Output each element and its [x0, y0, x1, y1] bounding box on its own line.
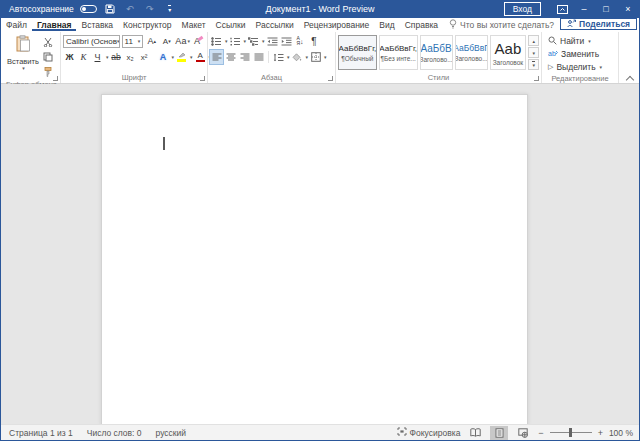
document-area	[1, 84, 639, 424]
text-effects-dropdown-icon[interactable]: ▾	[172, 55, 175, 60]
text-effects-button[interactable]: А	[157, 50, 170, 64]
numbering-button[interactable]	[229, 34, 242, 48]
tab-mailings[interactable]: Рассылки	[251, 18, 299, 31]
focus-mode-button[interactable]: Фокусировка	[397, 427, 461, 438]
align-center-button[interactable]	[224, 50, 237, 64]
font-family-select[interactable]: Calibri (Основ ▾	[63, 35, 120, 48]
tab-review[interactable]: Рецензирование	[299, 18, 375, 31]
toggle-knob-icon	[82, 7, 86, 11]
autosave-label: Автосохранение	[9, 4, 74, 14]
highlight-dropdown-icon[interactable]: ▾	[190, 55, 193, 60]
borders-dropdown-icon[interactable]: ▾	[324, 55, 327, 60]
subscript-button[interactable]: x₂	[124, 50, 137, 64]
styles-dialog-launcher[interactable]	[534, 76, 539, 81]
underline-dropdown-icon[interactable]: ▾	[106, 55, 109, 60]
font-size-select[interactable]: 11 ▾	[122, 35, 144, 48]
italic-button[interactable]: К	[77, 50, 90, 64]
zoom-out-button[interactable]: −	[538, 428, 543, 438]
line-spacing-button[interactable]	[272, 50, 285, 64]
style-normal[interactable]: АаБбВвГг, ¶Обычный	[338, 35, 377, 70]
clipboard-dialog-launcher[interactable]	[53, 76, 58, 81]
shading-dropdown-icon[interactable]: ▾	[306, 55, 309, 60]
font-size-value: 11	[125, 37, 133, 46]
redo-button[interactable]: ↷	[143, 2, 157, 16]
status-language[interactable]: русский	[156, 428, 187, 438]
status-word-count[interactable]: Число слов: 0	[87, 428, 142, 438]
tab-help[interactable]: Справка	[400, 18, 443, 31]
copy-button[interactable]	[41, 50, 54, 64]
tell-me-search[interactable]: Что вы хотите сделать?	[443, 18, 560, 31]
font-dialog-launcher[interactable]	[200, 76, 205, 81]
styles-more-button[interactable]: ▾	[528, 59, 539, 70]
shading-button[interactable]	[291, 50, 304, 64]
paste-button[interactable]: Вставить ▾	[5, 33, 41, 79]
font-color-button[interactable]: А	[194, 50, 207, 64]
text-caret	[163, 137, 165, 150]
tab-home[interactable]: Главная	[32, 18, 77, 31]
grow-font-button[interactable]: А▴	[145, 34, 158, 48]
ribbon-display-options-button[interactable]	[551, 0, 573, 18]
clear-formatting-button[interactable]: А	[192, 34, 205, 48]
paste-dropdown-icon: ▾	[22, 66, 25, 71]
style-no-spacing[interactable]: АаБбВвГг, ¶Без инте...	[379, 35, 418, 70]
save-button[interactable]	[103, 2, 117, 16]
select-button[interactable]: ▷ Выделить ▾	[548, 61, 616, 73]
zoom-slider[interactable]	[550, 432, 592, 433]
zoom-slider-thumb[interactable]	[569, 428, 572, 437]
line-spacing-dropdown-icon[interactable]: ▾	[287, 55, 290, 60]
bullets-button[interactable]	[210, 34, 223, 48]
styles-scroll-down[interactable]: ▾	[528, 47, 539, 58]
multilevel-list-button[interactable]	[247, 34, 260, 48]
align-left-button[interactable]	[210, 50, 223, 64]
tab-design[interactable]: Конструктор	[118, 18, 176, 31]
multilevel-dropdown-icon[interactable]: ▾	[262, 39, 265, 44]
numbering-dropdown-icon[interactable]: ▾	[244, 39, 247, 44]
highlighter-icon	[177, 52, 186, 58]
zoom-in-button[interactable]: +	[598, 428, 603, 438]
document-page[interactable]	[101, 94, 528, 424]
web-layout-button[interactable]	[514, 426, 532, 440]
justify-button[interactable]	[252, 50, 265, 64]
bullets-dropdown-icon[interactable]: ▾	[225, 39, 228, 44]
find-button[interactable]: Найти ▾	[548, 35, 616, 47]
superscript-button[interactable]: x²	[138, 50, 151, 64]
replace-button[interactable]: ab Заменить	[548, 48, 616, 60]
minimize-button[interactable]: –	[573, 0, 595, 18]
tab-view[interactable]: Вид	[374, 18, 399, 31]
status-page-count[interactable]: Страница 1 из 1	[9, 428, 73, 438]
decrease-indent-button[interactable]	[266, 34, 279, 48]
tab-layout[interactable]: Макет	[177, 18, 211, 31]
close-button[interactable]: ×	[617, 0, 639, 18]
increase-indent-button[interactable]	[280, 34, 293, 48]
undo-button[interactable]: ↶	[123, 2, 137, 16]
style-title[interactable]: Аab Заголовок	[490, 35, 527, 70]
paragraph-dialog-launcher[interactable]	[328, 76, 333, 81]
sort-button[interactable]: АЯ ↓	[294, 34, 307, 48]
tab-file[interactable]: Файл	[1, 18, 32, 31]
change-case-button[interactable]: Аа▾	[175, 34, 190, 48]
borders-button[interactable]	[309, 50, 322, 64]
shrink-font-button[interactable]: А▾	[160, 34, 173, 48]
print-layout-button[interactable]	[490, 426, 508, 440]
strikethrough-button[interactable]: ab	[110, 50, 123, 64]
bold-button[interactable]: Ж	[63, 50, 76, 64]
styles-scroll-up[interactable]: ▴	[528, 35, 539, 46]
align-right-button[interactable]	[238, 50, 251, 64]
qat-menu-button[interactable]: ▾	[163, 2, 177, 16]
read-mode-button[interactable]	[466, 426, 484, 440]
show-marks-button[interactable]: ¶	[308, 34, 321, 48]
sign-in-button[interactable]: Вход	[504, 2, 541, 16]
collapse-ribbon-button[interactable]	[626, 74, 634, 80]
select-pointer-icon: ▷	[548, 63, 553, 71]
maximize-button[interactable]: □	[595, 0, 617, 18]
highlight-button[interactable]	[175, 50, 188, 64]
autosave-toggle[interactable]	[80, 5, 97, 13]
share-button[interactable]: Поделиться	[560, 18, 637, 30]
tab-insert[interactable]: Вставка	[76, 18, 118, 31]
style-heading1[interactable]: АаБбВ Заголово...	[420, 35, 453, 70]
cut-button[interactable]	[41, 35, 54, 49]
tab-references[interactable]: Ссылки	[211, 18, 251, 31]
zoom-level[interactable]: 100 %	[609, 428, 633, 438]
underline-button[interactable]: Ч	[91, 50, 104, 64]
style-heading2[interactable]: АаБбВвГ Заголово...	[455, 35, 488, 70]
